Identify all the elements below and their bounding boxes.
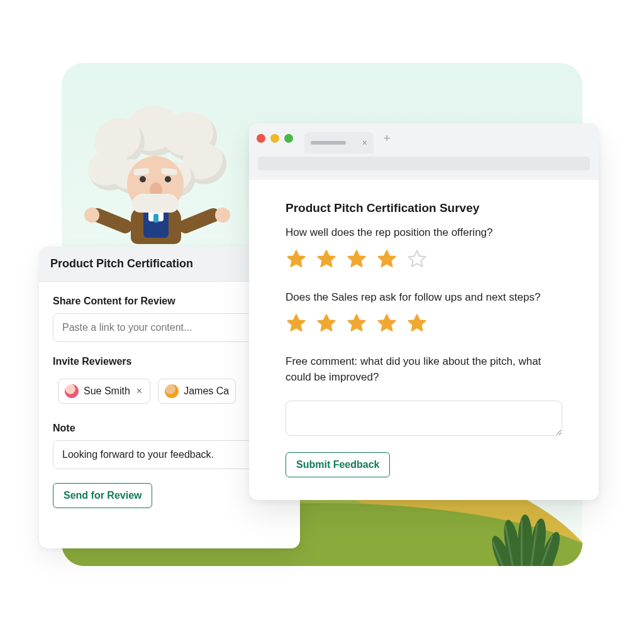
star-filled-icon[interactable] (316, 313, 337, 334)
send-for-review-button[interactable]: Send for Review (53, 483, 152, 508)
star-filled-icon[interactable] (286, 248, 307, 270)
reviewer-chip[interactable]: Sue Smith × (58, 379, 150, 404)
browser-tabbar: × + (249, 123, 599, 153)
bush (492, 516, 567, 566)
avatar (65, 384, 79, 398)
new-tab-button[interactable]: + (380, 132, 394, 145)
tab-title-placeholder (311, 141, 346, 145)
remove-reviewer-icon[interactable]: × (135, 386, 143, 397)
free-comment-input[interactable] (286, 401, 562, 436)
url-input[interactable] (258, 157, 590, 170)
star-empty-icon[interactable] (406, 248, 428, 270)
einstein-mascot (57, 99, 252, 257)
star-filled-icon[interactable] (346, 313, 367, 334)
survey-question-3: Free comment: what did you like about th… (286, 354, 562, 385)
star-filled-icon[interactable] (346, 248, 367, 270)
rating-q2 (286, 313, 562, 334)
browser-tab[interactable]: × (304, 132, 374, 153)
close-window-icon[interactable] (257, 134, 265, 143)
browser-window: × + Product Pitch Certification Survey H… (249, 123, 599, 500)
star-filled-icon[interactable] (316, 248, 337, 270)
urlbar-row (249, 153, 599, 180)
window-controls (257, 134, 293, 143)
survey-title: Product Pitch Certification Survey (286, 201, 562, 215)
star-filled-icon[interactable] (376, 313, 397, 334)
survey-content: Product Pitch Certification Survey How w… (249, 180, 599, 500)
star-filled-icon[interactable] (286, 313, 307, 334)
minimize-window-icon[interactable] (270, 134, 279, 143)
star-filled-icon[interactable] (406, 313, 428, 334)
reviewer-name: James Ca (184, 386, 229, 397)
rating-q1 (286, 248, 562, 270)
maximize-window-icon[interactable] (284, 134, 293, 143)
review-card-title: Product Pitch Certification (50, 257, 193, 270)
survey-question-2: Does the Sales rep ask for follow ups an… (286, 290, 562, 306)
submit-feedback-button[interactable]: Submit Feedback (286, 452, 390, 477)
survey-question-1: How well does the rep position the offer… (286, 225, 562, 241)
star-filled-icon[interactable] (376, 248, 397, 270)
reviewer-name: Sue Smith (84, 386, 130, 397)
reviewer-chip[interactable]: James Ca (158, 379, 236, 404)
avatar (165, 384, 179, 398)
close-tab-icon[interactable]: × (362, 138, 367, 148)
